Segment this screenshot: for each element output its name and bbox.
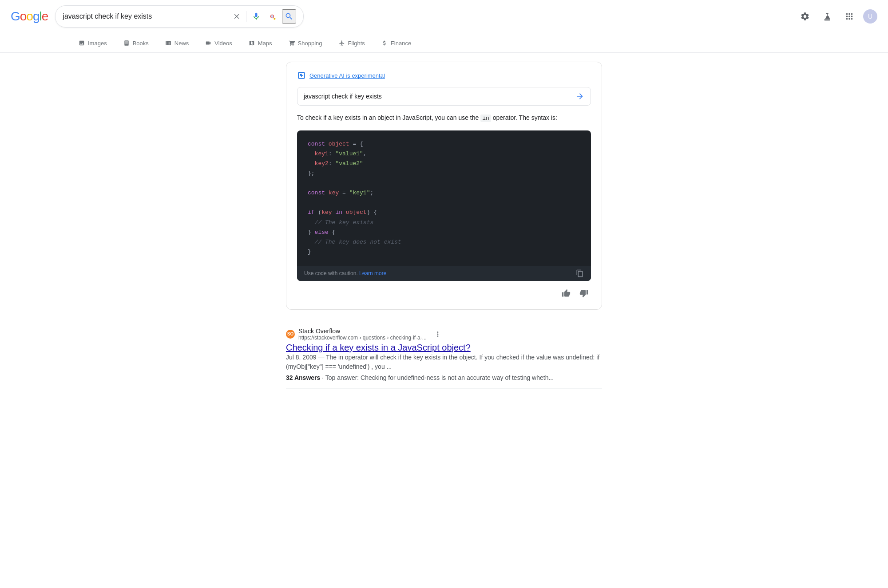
- tab-finance-label: Finance: [391, 40, 411, 47]
- labs-icon: [822, 12, 832, 21]
- result-title-link[interactable]: Checking if a key exists in a JavaScript…: [286, 343, 471, 352]
- svg-point-2: [274, 18, 276, 20]
- tab-finance[interactable]: Finance: [374, 35, 418, 52]
- stackoverflow-favicon: SO: [286, 330, 295, 339]
- code-line-8: } else {: [308, 228, 580, 237]
- result-meta: 32 Answers · Top answer: Checking for un…: [286, 374, 602, 381]
- learn-more-link[interactable]: Learn more: [359, 270, 386, 276]
- tab-shopping[interactable]: Shopping: [281, 35, 329, 52]
- tab-videos[interactable]: Videos: [198, 35, 239, 52]
- result-date: Jul 8, 2009: [286, 354, 317, 361]
- tab-maps[interactable]: Maps: [241, 35, 279, 52]
- thumbs-up-icon: [562, 289, 571, 298]
- voice-search-button[interactable]: [250, 10, 262, 23]
- ai-description: To check if a key exists in an object in…: [297, 113, 591, 123]
- result-answers-count: 32 Answers: [286, 374, 320, 381]
- clear-icon: [233, 12, 241, 20]
- thumbs-down-button[interactable]: [577, 286, 591, 300]
- labs-button[interactable]: [819, 8, 836, 25]
- code-footer-text: Use code with caution.: [304, 270, 358, 276]
- tab-videos-label: Videos: [214, 40, 232, 47]
- tab-images[interactable]: Images: [71, 35, 114, 52]
- result-meta-note-label: Top answer:: [325, 374, 359, 381]
- mic-icon: [252, 12, 261, 21]
- ai-search-bar: javascript check if key exists: [297, 87, 591, 106]
- tab-flights-label: Flights: [348, 40, 365, 47]
- ai-submit-button[interactable]: [575, 92, 584, 101]
- result-top-answer: Checking for undefined-ness is not an ac…: [361, 374, 554, 381]
- code-content: const object = { key1: "value1", key2: "…: [297, 130, 591, 266]
- tab-images-label: Images: [88, 40, 107, 47]
- result-source-row: SO Stack Overflow https://stackoverflow.…: [286, 328, 602, 341]
- more-vert-icon: [434, 330, 442, 338]
- code-line-4: };: [308, 169, 580, 178]
- tab-shopping-label: Shopping: [298, 40, 322, 47]
- code-line-blank-1: [308, 178, 580, 188]
- google-apps-button[interactable]: [841, 8, 858, 25]
- arrow-right-icon: [575, 92, 584, 101]
- result-menu-button[interactable]: [432, 328, 444, 340]
- code-caution-text: Use code with caution. Learn more: [304, 270, 386, 276]
- thumbs-up-button[interactable]: [559, 286, 573, 300]
- ai-desc-keyword: in: [480, 114, 491, 122]
- news-icon: [165, 39, 172, 47]
- shopping-icon: [288, 39, 295, 47]
- copy-icon: [576, 269, 584, 277]
- search-bar: [55, 5, 304, 28]
- ai-sparkle-icon: [297, 71, 306, 80]
- flights-icon: [338, 39, 345, 47]
- site-url: https://stackoverflow.com › questions › …: [298, 335, 427, 341]
- tab-flights[interactable]: Flights: [331, 35, 372, 52]
- code-line-1: const object = {: [308, 139, 580, 149]
- tab-maps-label: Maps: [258, 40, 272, 47]
- result-snippet-text: — The in operator will check if the key …: [286, 354, 599, 370]
- code-line-blank-2: [308, 198, 580, 208]
- finance-icon: [381, 39, 388, 47]
- ai-header: Generative AI is experimental: [297, 71, 591, 80]
- search-divider: [246, 11, 246, 22]
- header-right: U: [797, 8, 877, 25]
- code-line-9: // The key does not exist: [308, 237, 580, 247]
- ai-answer-box: Generative AI is experimental javascript…: [286, 62, 602, 310]
- images-icon: [78, 39, 85, 47]
- settings-button[interactable]: [797, 8, 813, 25]
- ai-desc-after: operator. The syntax is:: [493, 114, 557, 121]
- code-line-6: if (key in object) {: [308, 208, 580, 217]
- lens-icon: [268, 12, 277, 21]
- videos-icon: [205, 39, 212, 47]
- clear-button[interactable]: [231, 11, 242, 22]
- google-logo[interactable]: Google: [11, 9, 48, 24]
- tab-news-label: News: [174, 40, 189, 47]
- generative-ai-icon: [297, 71, 305, 79]
- search-result-stackoverflow: SO Stack Overflow https://stackoverflow.…: [286, 320, 602, 389]
- thumbs-down-icon: [579, 289, 588, 298]
- maps-icon: [248, 39, 255, 47]
- code-footer: Use code with caution. Learn more: [297, 266, 591, 281]
- code-block: const object = { key1: "value1", key2: "…: [297, 130, 591, 281]
- code-line-2: key1: "value1",: [308, 149, 580, 159]
- tab-news[interactable]: News: [158, 35, 196, 52]
- ai-experimental-label[interactable]: Generative AI is experimental: [309, 72, 385, 79]
- search-nav: Images Books News Videos Maps Shopping: [0, 33, 888, 53]
- search-input[interactable]: [63, 12, 227, 20]
- search-icon: [285, 12, 293, 21]
- image-search-button[interactable]: [266, 10, 278, 23]
- main-content: Generative AI is experimental javascript…: [275, 53, 613, 398]
- tab-books[interactable]: Books: [116, 35, 156, 52]
- site-name: Stack Overflow: [298, 328, 427, 335]
- search-submit-button[interactable]: [282, 9, 296, 24]
- copy-code-button[interactable]: [576, 269, 584, 277]
- code-line-5: const key = "key1";: [308, 188, 580, 198]
- books-icon: [123, 39, 130, 47]
- result-meta-note: ·: [322, 374, 325, 381]
- result-snippet: Jul 8, 2009 — The in operator will check…: [286, 353, 602, 371]
- tab-books-label: Books: [133, 40, 149, 47]
- ai-search-text: javascript check if key exists: [304, 93, 575, 100]
- code-line-7: // The key exists: [308, 218, 580, 228]
- ai-desc-before: To check if a key exists in an object in…: [297, 114, 479, 121]
- grid-icon: [844, 12, 854, 21]
- header: Google: [0, 0, 888, 33]
- ai-feedback-row: [297, 286, 591, 300]
- avatar[interactable]: U: [863, 9, 877, 24]
- gear-icon: [800, 12, 810, 21]
